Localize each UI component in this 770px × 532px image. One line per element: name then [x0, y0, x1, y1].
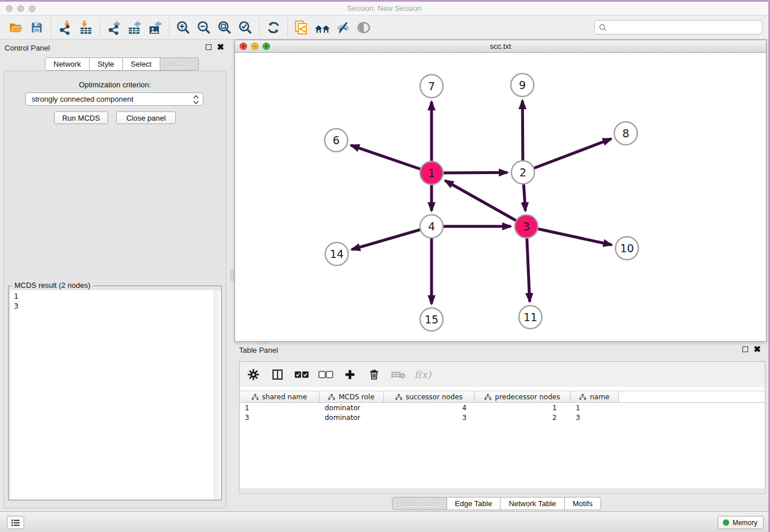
node-label-10: 10: [620, 242, 634, 255]
cell-shared-name[interactable]: 1: [240, 403, 319, 413]
attribute-tree-icon: [579, 394, 586, 400]
table-hscroll-area[interactable]: [240, 488, 764, 492]
app-window: Session: New Session: [0, 0, 770, 532]
edge-2-8[interactable]: [523, 139, 611, 172]
table-panel-tabs: Node TableEdge TableNetwork TableMotifs: [392, 497, 601, 510]
function-builder-icon[interactable]: f(x): [414, 369, 431, 380]
column-header-successor-nodes[interactable]: successor nodes: [384, 391, 475, 402]
attribute-tree-icon: [395, 394, 402, 400]
split-panel-icon[interactable]: [270, 367, 286, 383]
node-table-container: f(x) shared nameMCDS rolesuccessor nodes…: [239, 361, 765, 494]
criterion-value: strongly connected component: [32, 95, 133, 103]
edge-3-1[interactable]: [445, 180, 526, 226]
close-table-panel-icon[interactable]: ✖: [753, 346, 761, 352]
mcds-result-list[interactable]: 1 3: [10, 290, 221, 499]
tab-edge-table[interactable]: Edge Table: [447, 497, 501, 510]
cell-successor-nodes[interactable]: 4: [384, 403, 475, 413]
close-panel-icon[interactable]: ✖: [217, 44, 224, 50]
app-titlebar: Session: New Session: [0, 2, 768, 16]
attribute-tree-icon: [328, 394, 335, 400]
toolbar-separator: [259, 18, 260, 37]
attribute-tree-icon: [484, 394, 491, 400]
splitter-grip[interactable]: [230, 269, 234, 281]
open-session-icon[interactable]: [6, 18, 26, 37]
tab-node-table[interactable]: Node Table: [392, 497, 447, 510]
add-column-icon[interactable]: [342, 367, 358, 383]
column-header-MCDS-role[interactable]: MCDS role: [319, 391, 384, 402]
cell-shared-name[interactable]: 3: [240, 413, 319, 422]
mcds-result-group: MCDS result (2 nodes) 1 3: [8, 286, 222, 500]
cell-successor-nodes[interactable]: 3: [384, 413, 475, 422]
result-scrollbar[interactable]: [214, 290, 220, 499]
criterion-dropdown[interactable]: strongly connected component: [25, 92, 203, 106]
cell-MCDS-role[interactable]: dominator: [319, 413, 384, 422]
memory-label: Memory: [733, 519, 757, 527]
tab-mcds[interactable]: MCDS: [160, 57, 199, 71]
edge-1-6[interactable]: [351, 145, 432, 173]
session-title: Session: New Session: [0, 4, 768, 13]
network-window-titlebar[interactable]: × − + scc.txt: [235, 40, 766, 53]
mcds-result-title: MCDS result (2 nodes): [12, 281, 93, 290]
export-table-icon[interactable]: [124, 18, 145, 37]
tab-select[interactable]: Select: [123, 57, 160, 71]
network-graph-canvas[interactable]: 7968124314101511: [235, 53, 766, 341]
zoom-in-icon[interactable]: [173, 18, 194, 37]
zoom-out-icon[interactable]: [194, 18, 214, 37]
graphics-details-eye-icon[interactable]: [353, 18, 374, 37]
float-table-panel-icon[interactable]: [742, 346, 748, 352]
table-row[interactable]: 3dominator323: [240, 413, 765, 422]
table-header-row: shared nameMCDS rolesuccessor nodesprede…: [240, 391, 765, 403]
task-history-button[interactable]: [7, 516, 24, 529]
control-panel-title: Control Panel: [5, 44, 50, 52]
edge-4-14[interactable]: [352, 226, 432, 249]
network-window-title: scc.txt: [235, 42, 766, 51]
cell-predecessor-nodes[interactable]: 2: [475, 413, 571, 422]
clone-network-icon[interactable]: [291, 18, 312, 37]
close-panel-button[interactable]: Close panel: [116, 111, 176, 124]
tab-network-table[interactable]: Network Table: [500, 497, 564, 510]
node-label-8: 8: [622, 127, 629, 140]
tab-network[interactable]: Network: [45, 57, 90, 71]
delete-table-icon[interactable]: [390, 367, 406, 383]
zoom-selected-icon[interactable]: [235, 18, 256, 37]
node-label-4: 4: [428, 220, 435, 233]
import-network-icon[interactable]: [55, 18, 75, 37]
column-header-predecessor-nodes[interactable]: predecessor nodes: [475, 391, 571, 402]
column-header-name[interactable]: name: [571, 391, 619, 402]
vertical-splitter[interactable]: [230, 40, 234, 513]
export-image-icon[interactable]: [145, 18, 165, 37]
node-label-7: 7: [428, 80, 435, 92]
search-input[interactable]: [607, 22, 762, 33]
run-mcds-button[interactable]: Run MCDS: [54, 111, 108, 124]
cell-predecessor-nodes[interactable]: 1: [475, 403, 571, 413]
import-table-icon[interactable]: [75, 18, 96, 37]
delete-column-trash-icon[interactable]: [366, 367, 382, 383]
control-panel-tabs: NetworkStyleSelectMCDS: [45, 57, 199, 71]
zoom-fit-icon[interactable]: [214, 18, 235, 37]
save-session-icon[interactable]: [26, 18, 47, 37]
table-settings-gear-icon[interactable]: [245, 367, 261, 383]
search-box[interactable]: [594, 20, 763, 34]
float-panel-icon[interactable]: [206, 44, 211, 50]
export-network-icon[interactable]: [103, 18, 124, 37]
table-panel: Table Panel ✖: [234, 344, 767, 513]
cell-MCDS-role[interactable]: dominator: [319, 403, 384, 413]
column-header-shared-name[interactable]: shared name: [240, 391, 319, 402]
toolbar-separator: [51, 18, 51, 37]
node-label-9: 9: [519, 79, 526, 91]
network-overview-icon[interactable]: [312, 18, 333, 37]
tab-style[interactable]: Style: [90, 57, 123, 71]
toolbar-separator: [99, 18, 100, 37]
memory-status-dot: [723, 519, 729, 526]
select-all-columns-icon[interactable]: [294, 367, 310, 383]
table-body: 1dominator4113dominator323: [240, 403, 765, 422]
deselect-all-columns-icon[interactable]: [318, 367, 334, 383]
edge-3-10[interactable]: [526, 226, 612, 245]
hide-details-icon[interactable]: [333, 18, 353, 37]
table-row[interactable]: 1dominator411: [240, 403, 765, 413]
refresh-view-icon[interactable]: [263, 18, 284, 37]
cell-name[interactable]: 1: [571, 403, 619, 413]
memory-button[interactable]: Memory: [718, 516, 764, 529]
tab-motifs[interactable]: Motifs: [565, 497, 602, 510]
cell-name[interactable]: 3: [571, 413, 619, 422]
